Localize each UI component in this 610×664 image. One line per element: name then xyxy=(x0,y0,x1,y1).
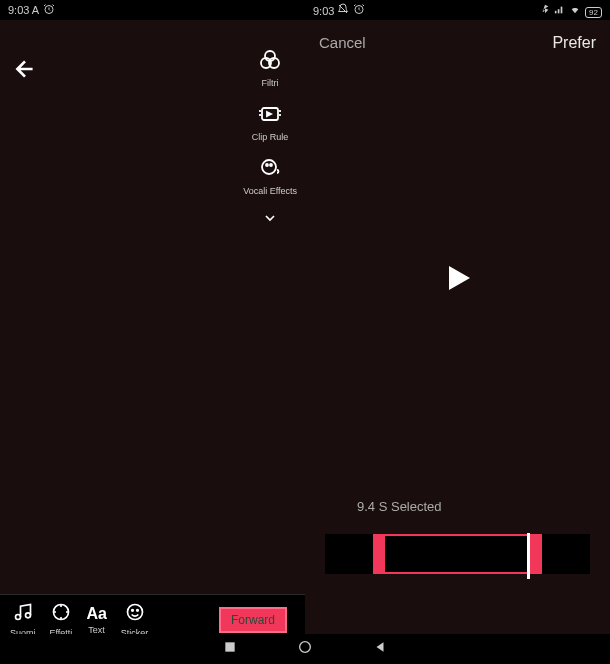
android-nav-bar xyxy=(0,634,610,664)
cancel-button[interactable]: Cancel xyxy=(319,34,366,52)
sticker-button[interactable]: Sticker xyxy=(121,602,149,638)
sticker-icon xyxy=(125,602,145,626)
expand-tools-button[interactable] xyxy=(262,210,278,230)
vocal-icon xyxy=(258,156,282,184)
effects-button[interactable]: Effetti xyxy=(50,602,73,638)
nav-home-button[interactable] xyxy=(297,639,313,659)
trim-handle-right[interactable] xyxy=(530,536,542,572)
wifi-icon xyxy=(568,5,585,17)
bluetooth-icon xyxy=(540,5,553,17)
clip-label: Clip Rule xyxy=(252,132,289,142)
selection-duration: 9.4 S Selected xyxy=(357,499,442,514)
trim-selection[interactable] xyxy=(373,534,542,574)
clip-icon xyxy=(258,102,282,130)
text-button[interactable]: Aa Text xyxy=(86,605,106,635)
svg-point-20 xyxy=(136,609,138,611)
effects-icon xyxy=(51,602,71,626)
vocal-label: Vocali Effects xyxy=(243,186,297,196)
svg-point-14 xyxy=(270,164,272,166)
editor-screen: Filtri Clip Rule Vocali Effects xyxy=(0,20,305,654)
trim-screen: Cancel Prefer 9.4 S Selected xyxy=(305,20,610,654)
svg-point-16 xyxy=(25,612,30,617)
svg-point-15 xyxy=(15,614,20,619)
back-button[interactable] xyxy=(12,56,38,86)
play-button[interactable] xyxy=(440,260,476,300)
svg-point-19 xyxy=(131,609,133,611)
status-time: 9:03 xyxy=(313,5,334,17)
filters-icon xyxy=(258,48,282,76)
battery-icon: 92 xyxy=(585,7,602,18)
text-label: Text xyxy=(88,625,105,635)
svg-rect-21 xyxy=(225,642,234,651)
svg-point-22 xyxy=(300,642,311,653)
prefer-button[interactable]: Prefer xyxy=(552,34,596,52)
playhead[interactable] xyxy=(527,533,530,579)
status-time: 9:03 A xyxy=(8,4,39,16)
vocal-effects-button[interactable]: Vocali Effects xyxy=(243,156,297,196)
trim-handle-left[interactable] xyxy=(373,536,385,572)
nav-recent-button[interactable] xyxy=(223,640,237,658)
svg-rect-5 xyxy=(555,11,557,13)
clip-button[interactable]: Clip Rule xyxy=(252,102,289,142)
svg-point-18 xyxy=(127,604,142,619)
nav-back-button[interactable] xyxy=(373,640,387,658)
chevron-down-icon xyxy=(262,210,278,230)
svg-point-12 xyxy=(262,160,276,174)
dnd-icon xyxy=(337,5,352,17)
sounds-button[interactable]: Suomi xyxy=(10,602,36,638)
side-tools: Filtri Clip Rule Vocali Effects xyxy=(243,48,297,230)
music-icon xyxy=(13,602,33,626)
forward-button[interactable]: Forward xyxy=(219,607,287,633)
status-bar-right: 9:03 92 xyxy=(305,0,610,20)
filters-label: Filtri xyxy=(262,78,279,88)
svg-rect-6 xyxy=(558,9,560,13)
alarm-icon xyxy=(353,5,365,17)
filters-button[interactable]: Filtri xyxy=(258,48,282,88)
text-icon: Aa xyxy=(86,605,106,623)
svg-rect-7 xyxy=(561,7,563,14)
alarm-icon xyxy=(43,3,55,17)
signal-icon xyxy=(553,5,568,17)
svg-point-13 xyxy=(266,164,268,166)
trim-timeline[interactable] xyxy=(325,534,590,574)
